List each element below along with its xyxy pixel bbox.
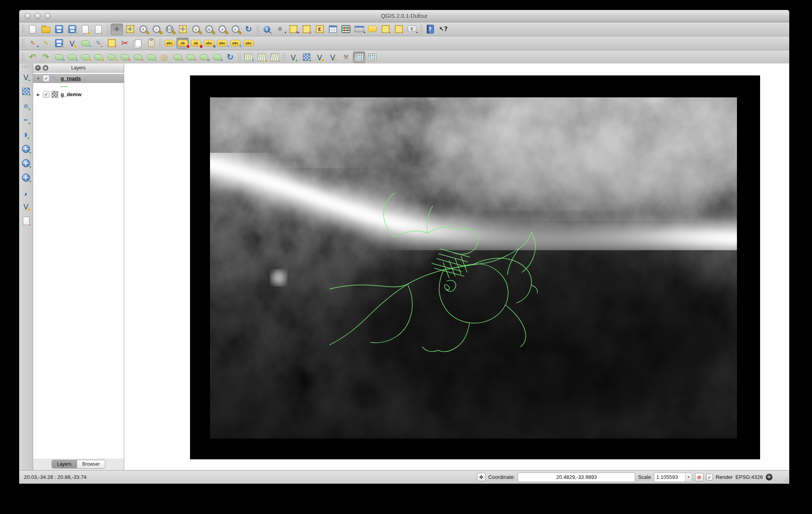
save-project-as-button[interactable]: ✎ bbox=[66, 24, 78, 35]
layer-expand-arrow[interactable]: ▶ bbox=[36, 93, 41, 97]
layer-labeling-options-button[interactable]: abc bbox=[163, 38, 176, 49]
title-bar[interactable]: QGIS 2.0.1-Dufour bbox=[19, 10, 789, 22]
select-by-expression-button[interactable]: ε bbox=[313, 24, 326, 35]
add-wms-layer-button[interactable]: + bbox=[20, 142, 32, 156]
grass-new-vector-layer-button[interactable]: ⋁✱ bbox=[313, 51, 326, 63]
paste-features-button[interactable] bbox=[145, 38, 157, 49]
dock-tab-layers[interactable]: Layers bbox=[51, 460, 77, 469]
grass-edit-vector-layer-button[interactable]: ⋁✎ bbox=[327, 51, 339, 63]
new-bookmark-button[interactable]: ✱ bbox=[379, 24, 392, 35]
merge-features-button[interactable]: ≡ bbox=[198, 51, 210, 63]
new-shapefile-layer-button[interactable]: ⋁✱ bbox=[20, 199, 32, 214]
rotate-label-button[interactable]: abc↻ bbox=[229, 38, 242, 49]
grass-add-raster-layer-button[interactable]: + bbox=[300, 51, 313, 63]
run-feature-action-button[interactable]: ✱▾ bbox=[274, 24, 286, 35]
cut-features-button[interactable]: ✂ bbox=[119, 38, 131, 49]
zoom-to-layer-button[interactable]: ▤ bbox=[203, 24, 215, 35]
add-spatialite-layer-button[interactable]: ✒+ bbox=[20, 113, 32, 127]
coordinate-input[interactable] bbox=[518, 472, 635, 482]
select-features-button[interactable]: ↖▾ bbox=[287, 24, 299, 35]
add-vector-layer-button[interactable]: ⋁+ bbox=[20, 70, 32, 84]
zoom-native-button[interactable]: 1:1 bbox=[163, 24, 176, 35]
reshape-features-button[interactable]: ∪ bbox=[145, 51, 157, 63]
current-edits-button[interactable]: ✎▾ bbox=[26, 38, 39, 49]
move-feature-button[interactable]: → bbox=[79, 38, 91, 49]
grass-close-mapset-button[interactable]: − bbox=[269, 51, 281, 63]
pan-to-selection-button[interactable]: ✛ bbox=[124, 24, 136, 35]
add-delimited-text-layer-button[interactable]: , bbox=[20, 185, 32, 199]
save-layer-edits-button[interactable]: ✎ bbox=[53, 38, 65, 49]
help-contents-button[interactable]: ? bbox=[424, 24, 436, 35]
grass-open-tools-button[interactable]: ⚒ bbox=[340, 51, 352, 63]
show-bookmarks-button[interactable] bbox=[392, 24, 405, 35]
refresh-button[interactable]: ↻ bbox=[242, 24, 255, 35]
zoom-to-selection-button[interactable]: ▪ bbox=[190, 24, 202, 35]
change-label-properties-button[interactable]: abc✎ bbox=[242, 38, 255, 49]
highlight-pinned-labels-button[interactable]: ab● bbox=[190, 38, 202, 49]
grass-edit-region-button[interactable]: ✎ bbox=[366, 51, 378, 63]
scale-dropdown-arrow[interactable]: ▾ bbox=[685, 473, 692, 482]
zoom-last-button[interactable]: ◂ bbox=[216, 24, 228, 35]
identify-features-button[interactable]: i↖ bbox=[261, 24, 273, 35]
zoom-full-button[interactable]: ✛ bbox=[176, 24, 189, 35]
add-feature-button[interactable]: ⋁✱ bbox=[66, 38, 78, 49]
rotate-point-symbols-button[interactable]: ↻ bbox=[224, 51, 236, 63]
pin-unpin-labels-button[interactable]: ab● bbox=[176, 38, 189, 49]
toggle-editing-button[interactable]: ✎ bbox=[40, 38, 52, 49]
mouse-position-toggle-button[interactable]: ✜ bbox=[477, 473, 485, 481]
pan-map-button[interactable]: ✛ bbox=[111, 24, 123, 35]
map-tips-button[interactable] bbox=[366, 24, 378, 35]
add-raster-layer-button[interactable]: + bbox=[20, 84, 32, 99]
delete-ring-button[interactable]: ✕ bbox=[119, 51, 131, 63]
layer-name[interactable]: g_demw bbox=[61, 91, 81, 97]
copy-features-button[interactable] bbox=[132, 38, 144, 49]
open-project-button[interactable] bbox=[40, 24, 52, 35]
zoom-out-button[interactable]: − bbox=[150, 24, 162, 35]
delete-selected-button[interactable]: ✕ bbox=[105, 38, 118, 49]
layer-name[interactable]: g_roads bbox=[61, 75, 81, 81]
offset-curve-button[interactable]: ◎ bbox=[158, 51, 170, 63]
undo-button[interactable]: ↶ bbox=[26, 51, 39, 63]
merge-feature-attributes-button[interactable]: ≈ bbox=[211, 51, 223, 63]
field-calculator-button[interactable] bbox=[340, 24, 352, 35]
grass-open-mapset-button[interactable]: ↑ bbox=[242, 51, 255, 63]
current-edits-dropdown-arrow[interactable]: ▾ bbox=[37, 45, 39, 48]
grass-new-mapset-button[interactable]: ✱ bbox=[255, 51, 268, 63]
new-print-composer-button[interactable]: ✱ bbox=[79, 24, 91, 35]
dock-tab-browser[interactable]: Browser bbox=[77, 460, 105, 469]
zoom-in-button[interactable]: + bbox=[137, 24, 149, 35]
grass-add-vector-layer-button[interactable]: ⋁+ bbox=[287, 51, 299, 63]
text-annotation-dropdown-arrow[interactable]: ▾ bbox=[416, 31, 418, 34]
move-label-button[interactable]: abc→ bbox=[216, 38, 228, 49]
text-annotation-button[interactable]: T▾ bbox=[406, 24, 418, 35]
stop-render-button[interactable]: ⊘ bbox=[695, 473, 703, 481]
select-features-dropdown-arrow[interactable]: ▾ bbox=[298, 31, 299, 34]
save-project-button[interactable] bbox=[53, 24, 65, 35]
new-project-button[interactable] bbox=[26, 24, 39, 35]
layer-expand-arrow[interactable]: ▼ bbox=[36, 77, 41, 81]
add-wcs-layer-button[interactable]: + bbox=[20, 156, 32, 170]
panel-float-button[interactable]: ▣ bbox=[43, 65, 48, 71]
remove-layer-button[interactable]: − bbox=[20, 214, 32, 228]
layer-visibility-checkbox[interactable]: ✓ bbox=[43, 91, 50, 98]
whats-this-button[interactable]: ↖? bbox=[437, 24, 450, 35]
zoom-next-button[interactable]: ▸ bbox=[229, 24, 242, 35]
crs-status-button[interactable]: ✛ bbox=[766, 474, 772, 480]
rotate-feature-button[interactable]: ↻ bbox=[53, 51, 65, 63]
layer-visibility-checkbox[interactable]: ✓ bbox=[43, 75, 50, 82]
split-features-button[interactable]: ✂ bbox=[171, 51, 184, 63]
layer-row-g_roads[interactable]: ▼✓g_roads bbox=[33, 74, 124, 83]
grass-display-region-button[interactable] bbox=[353, 51, 365, 63]
scale-combobox[interactable]: 1:105593 ▾ bbox=[654, 472, 692, 482]
composer-manager-button[interactable]: ✦ bbox=[92, 24, 105, 35]
redo-button[interactable]: ↷ bbox=[40, 51, 52, 63]
split-parts-button[interactable]: ✂ bbox=[184, 51, 197, 63]
layer-row-g_demw[interactable]: ▶✓g_demw bbox=[33, 90, 124, 99]
add-part-button[interactable]: ✱ bbox=[92, 51, 105, 63]
run-feature-action-dropdown-arrow[interactable]: ▾ bbox=[285, 31, 286, 34]
deselect-features-button[interactable]: ⊘ bbox=[300, 24, 313, 35]
map-canvas[interactable] bbox=[124, 63, 789, 471]
add-ring-button[interactable]: ✱ bbox=[79, 51, 91, 63]
add-wfs-layer-button[interactable]: + bbox=[20, 170, 32, 185]
add-postgis-layer-button[interactable]: ●+ bbox=[20, 99, 32, 113]
